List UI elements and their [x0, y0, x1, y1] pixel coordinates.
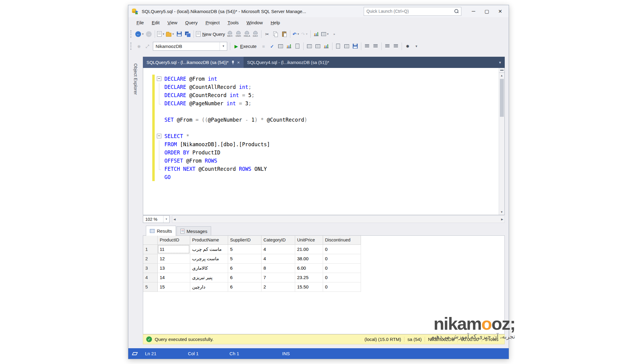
grid-cell[interactable]: 0: [323, 254, 361, 263]
grid-cell[interactable]: 4: [261, 254, 295, 263]
scrollbar-thumb[interactable]: [500, 79, 504, 117]
grid-column-header[interactable]: UnitPrice: [295, 236, 323, 244]
fold-collapse-icon[interactable]: −: [157, 134, 161, 138]
grid-cell[interactable]: 14: [157, 273, 190, 282]
estimated-plan-button[interactable]: [276, 42, 285, 51]
grid-cell[interactable]: 5: [228, 254, 261, 263]
row-number[interactable]: 5: [143, 282, 157, 292]
grid-cell[interactable]: 4: [261, 244, 295, 254]
scroll-left-icon[interactable]: ◀: [174, 217, 176, 222]
mdx-query-button[interactable]: MDX: [226, 29, 234, 39]
open-file-button[interactable]: ▼: [165, 29, 175, 39]
execute-button[interactable]: ▶ Execute: [232, 42, 259, 51]
grid-cell[interactable]: 21.00: [295, 244, 323, 254]
save-all-button[interactable]: [184, 29, 192, 39]
menu-file[interactable]: File: [133, 17, 148, 28]
grid-cell[interactable]: 6: [228, 273, 261, 282]
editor-horizontal-scrollbar[interactable]: ◀ ▶: [172, 215, 505, 223]
scroll-down-icon[interactable]: ▼: [500, 209, 503, 215]
navigate-forward-button[interactable]: →: [145, 29, 153, 39]
change-connection-button[interactable]: ⤢: [143, 42, 152, 51]
results-to-text-button[interactable]: [334, 42, 342, 51]
results-to-grid-button[interactable]: [342, 42, 351, 51]
grid-cell[interactable]: 7: [261, 273, 295, 282]
dmx-query-button[interactable]: DMX: [234, 29, 243, 39]
menu-project[interactable]: Project: [201, 17, 224, 28]
grid-cell[interactable]: 15: [157, 282, 190, 292]
grid-cell[interactable]: 0: [323, 244, 361, 254]
grid-cell[interactable]: دارچین: [190, 282, 228, 292]
row-number[interactable]: 2: [143, 254, 157, 263]
save-button[interactable]: [175, 29, 184, 39]
grid-column-header[interactable]: Discontinued: [323, 236, 361, 244]
intellisense-button[interactable]: [305, 42, 314, 51]
row-number[interactable]: 1: [143, 244, 157, 254]
redo-button[interactable]: ↷▼: [300, 29, 309, 39]
menu-tools[interactable]: Tools: [224, 17, 243, 28]
tab-sqlquery5[interactable]: SQLQuery5.sql - (l...ikamoozDB (sa (54))…: [143, 57, 244, 68]
undo-button[interactable]: ↶▼: [292, 29, 300, 39]
zoom-dropdown-icon[interactable]: ▼: [163, 216, 169, 223]
grid-cell[interactable]: پنیر تبریزی: [190, 273, 228, 282]
row-number[interactable]: 4: [143, 273, 157, 282]
toolbar-grip[interactable]: [130, 42, 133, 50]
menu-edit[interactable]: Edit: [148, 17, 163, 28]
activity-monitor-button[interactable]: [312, 29, 321, 39]
maximize-button[interactable]: ▢: [480, 6, 494, 16]
cancel-query-button[interactable]: ■: [259, 42, 268, 51]
grid-cell[interactable]: 5: [228, 244, 261, 254]
scroll-up-icon[interactable]: ▲: [500, 73, 503, 78]
toolbar-grip[interactable]: [130, 30, 133, 38]
grid-cell[interactable]: 0: [323, 273, 361, 282]
new-query-button[interactable]: New Query: [195, 29, 226, 39]
tab-messages[interactable]: Messages: [177, 226, 211, 236]
grid-cell[interactable]: ماست کم چرب: [190, 244, 228, 254]
query-options-button[interactable]: [293, 42, 302, 51]
grid-column-header[interactable]: ProductName: [190, 236, 228, 244]
grid-cell[interactable]: 6: [228, 263, 261, 273]
grid-cell[interactable]: 2: [261, 282, 295, 292]
live-query-stats-button[interactable]: [285, 42, 293, 51]
grid-cell[interactable]: 38.00: [295, 254, 323, 263]
editor-split-handle[interactable]: [499, 68, 504, 73]
scroll-right-icon[interactable]: ▶: [501, 217, 503, 222]
tab-close-icon[interactable]: ×: [237, 60, 240, 65]
grid-cell[interactable]: 0: [323, 282, 361, 292]
quick-launch-box[interactable]: Quick Launch (Ctrl+Q): [364, 7, 461, 16]
grid-cell[interactable]: 11: [157, 244, 190, 254]
zoom-combo[interactable]: 102 % ▼: [143, 215, 170, 223]
navigate-backward-button[interactable]: ←▼: [135, 29, 145, 39]
title-bar[interactable]: SQLQuery5.sql - (local).NikamoozDB (sa (…: [128, 5, 509, 17]
document-list-chevron-icon[interactable]: ▼: [498, 61, 502, 64]
connect-button[interactable]: ⎈: [135, 42, 143, 51]
comment-button[interactable]: [363, 42, 371, 51]
grid-column-header[interactable]: SupplierID: [228, 236, 261, 244]
grid-cell[interactable]: 13: [157, 263, 190, 273]
grid-cell[interactable]: 0: [323, 263, 361, 273]
grid-cell[interactable]: 23.25: [295, 273, 323, 282]
xmla-query-button[interactable]: XMLA: [243, 29, 251, 39]
cut-button[interactable]: ✂: [263, 29, 271, 39]
grid-column-header[interactable]: ProductID: [157, 236, 190, 244]
available-databases-combo[interactable]: NikamoozDB ▼: [153, 42, 227, 51]
fold-collapse-icon[interactable]: −: [157, 76, 161, 81]
grid-cell[interactable]: 6: [228, 282, 261, 292]
results-to-file-button[interactable]: [351, 42, 359, 51]
specify-values-button[interactable]: ✹: [403, 42, 412, 51]
menu-help[interactable]: Help: [267, 17, 284, 28]
code-region[interactable]: −DECLARE @From intDECLARE @CountAllRecor…: [143, 68, 499, 215]
decrease-indent-button[interactable]: [383, 42, 392, 51]
toolbar-overflow-button[interactable]: ▼: [412, 42, 420, 51]
grid-cell[interactable]: کالاماری: [190, 263, 228, 273]
include-actual-plan-button[interactable]: [314, 42, 322, 51]
menu-view[interactable]: View: [163, 17, 181, 28]
close-button[interactable]: ✕: [494, 6, 507, 16]
row-number[interactable]: 3: [143, 263, 157, 273]
grid-corner[interactable]: [143, 236, 157, 244]
grid-cell[interactable]: 12: [157, 254, 190, 263]
copy-button[interactable]: [271, 29, 280, 39]
dax-query-button[interactable]: DAX: [251, 29, 260, 39]
combo-dropdown-icon[interactable]: ▼: [220, 42, 227, 50]
grid-column-header[interactable]: CategoryID: [261, 236, 295, 244]
parse-button[interactable]: ✓: [268, 42, 276, 51]
